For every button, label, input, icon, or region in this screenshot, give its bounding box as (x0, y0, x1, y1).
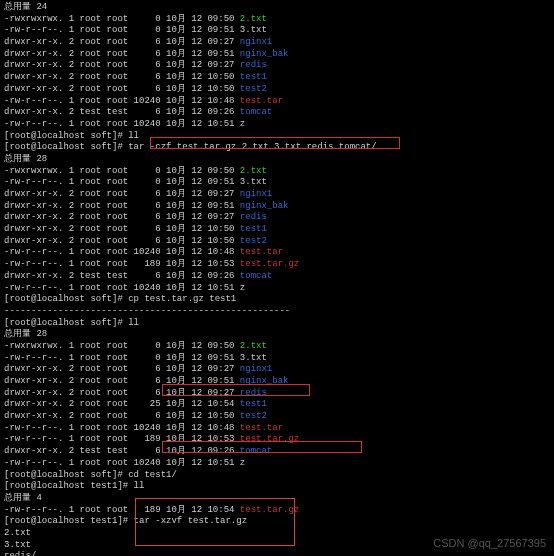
terminal-line: [root@localhost soft]# ll (4, 131, 550, 143)
terminal-line: drwxr-xr-x. 2 root root 6 10月 12 09:51 n… (4, 201, 550, 213)
terminal-line: -rw-r--r--. 1 root root 10240 10月 12 10:… (4, 247, 550, 259)
terminal-line: drwxr-xr-x. 2 root root 6 10月 12 09:27 n… (4, 189, 550, 201)
terminal-line: drwxr-xr-x. 2 root root 6 10月 12 10:50 t… (4, 236, 550, 248)
terminal-line: 总用量 24 (4, 2, 550, 14)
terminal-line: -rw-r--r--. 1 root root 189 10月 12 10:53… (4, 434, 550, 446)
terminal-line: -rw-r--r--. 1 root root 10240 10月 12 10:… (4, 119, 550, 131)
terminal-line: drwxr-xr-x. 2 root root 6 10月 12 10:50 t… (4, 72, 550, 84)
terminal-line: drwxr-xr-x. 2 test test 6 10月 12 09:26 t… (4, 446, 550, 458)
terminal-line: [root@localhost test1]# ll (4, 481, 550, 493)
terminal-output: 总用量 24-rwxrwxrwx. 1 root root 0 10月 12 0… (4, 2, 550, 556)
terminal-line: drwxr-xr-x. 2 root root 6 10月 12 10:50 t… (4, 224, 550, 236)
terminal-line: -rw-r--r--. 1 root root 10240 10月 12 10:… (4, 96, 550, 108)
terminal-line: drwxr-xr-x. 2 root root 6 10月 12 10:50 t… (4, 84, 550, 96)
terminal-line: -rwxrwxrwx. 1 root root 0 10月 12 09:50 2… (4, 14, 550, 26)
terminal-line: -rw-r--r--. 1 root root 10240 10月 12 10:… (4, 283, 550, 295)
terminal-line: [root@localhost soft]# cp test.tar.gz te… (4, 294, 550, 306)
terminal-line: drwxr-xr-x. 2 root root 6 10月 12 09:27 n… (4, 364, 550, 376)
terminal-line: -rw-r--r--. 1 root root 10240 10月 12 10:… (4, 423, 550, 435)
terminal-line: drwxr-xr-x. 2 root root 6 10月 12 09:27 r… (4, 388, 550, 400)
terminal-line: drwxr-xr-x. 2 root root 6 10月 12 09:51 n… (4, 376, 550, 388)
terminal-line: redis/ (4, 551, 550, 556)
terminal-line: 总用量 28 (4, 329, 550, 341)
terminal-line: 总用量 4 (4, 493, 550, 505)
terminal-line: [root@localhost soft]# tar -czf test.tar… (4, 142, 550, 154)
terminal-line: drwxr-xr-x. 2 root root 6 10月 12 09:27 r… (4, 212, 550, 224)
terminal-line: drwxr-xr-x. 2 test test 6 10月 12 09:26 t… (4, 107, 550, 119)
terminal-line: [root@localhost test1]# tar -xzvf test.t… (4, 516, 550, 528)
terminal-line: drwxr-xr-x. 2 root root 6 10月 12 09:27 n… (4, 37, 550, 49)
terminal-line: -rwxrwxrwx. 1 root root 0 10月 12 09:50 2… (4, 341, 550, 353)
terminal-line: [root@localhost soft]# cd test1/ (4, 470, 550, 482)
terminal-line: -rw-r--r--. 1 root root 0 10月 12 09:51 3… (4, 25, 550, 37)
terminal-line: -rw-r--r--. 1 root root 10240 10月 12 10:… (4, 458, 550, 470)
terminal-line: -rw-r--r--. 1 root root 189 10月 12 10:54… (4, 505, 550, 517)
terminal-line: -rw-r--r--. 1 root root 189 10月 12 10:53… (4, 259, 550, 271)
terminal-line: -rw-r--r--. 1 root root 0 10月 12 09:51 3… (4, 177, 550, 189)
terminal-line: -rw-r--r--. 1 root root 0 10月 12 09:51 3… (4, 353, 550, 365)
terminal-line: [root@localhost soft]# ll (4, 318, 550, 330)
terminal-line: 总用量 28 (4, 154, 550, 166)
terminal-line: drwxr-xr-x. 2 root root 6 10月 12 09:27 r… (4, 60, 550, 72)
watermark: CSDN @qq_27567395 (433, 536, 546, 550)
terminal-line: ----------------------------------------… (4, 306, 550, 318)
terminal-line: drwxr-xr-x. 2 root root 6 10月 12 09:51 n… (4, 49, 550, 61)
terminal-line: drwxr-xr-x. 2 test test 6 10月 12 09:26 t… (4, 271, 550, 283)
terminal-line: -rwxrwxrwx. 1 root root 0 10月 12 09:50 2… (4, 166, 550, 178)
terminal-line: drwxr-xr-x. 2 root root 6 10月 12 10:50 t… (4, 411, 550, 423)
terminal-line: drwxr-xr-x. 2 root root 25 10月 12 10:54 … (4, 399, 550, 411)
